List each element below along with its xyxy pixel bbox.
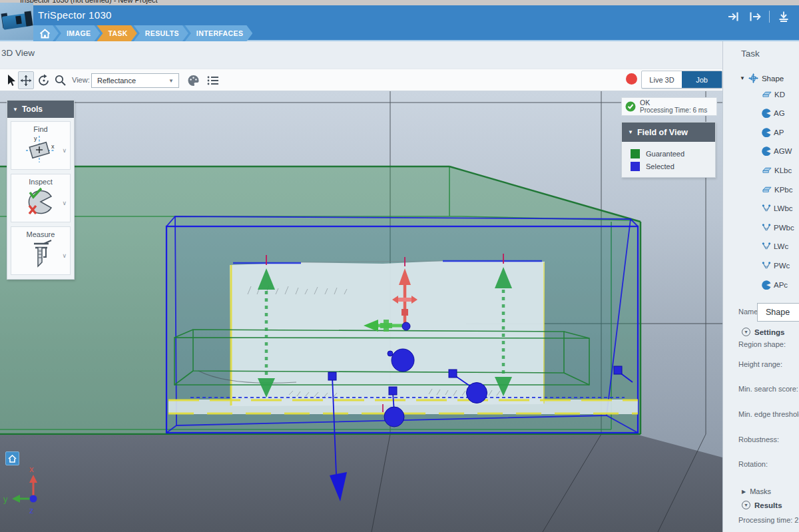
settings-section-header[interactable]: ▼ Settings xyxy=(742,328,784,336)
task-panel: Task ▼ Shape KD AG AP AGW KLbc KPbc LWbc… xyxy=(722,41,799,532)
resize-handle-square[interactable] xyxy=(328,372,336,380)
drag-handle-dot[interactable] xyxy=(388,351,393,356)
zoom-icon[interactable] xyxy=(55,69,67,92)
reset-view-button[interactable] xyxy=(5,451,19,465)
tab-results[interactable]: RESULTS xyxy=(134,25,188,41)
tool-find[interactable]: Find yx ∨ xyxy=(11,121,71,170)
job-button[interactable]: Job xyxy=(682,71,722,88)
results-section-header[interactable]: ▼ Results xyxy=(742,501,782,509)
nav-breadcrumb: IMAGE TASK RESULTS INTERFACES xyxy=(33,25,214,41)
tree-item-lwc[interactable]: LWc xyxy=(762,242,788,250)
tree-item-lwbc[interactable]: LWbc xyxy=(762,204,793,212)
field-min-edge: Min. edge threshold: xyxy=(738,410,799,418)
inspect-tool-icon xyxy=(25,187,57,216)
axis-x-label: x xyxy=(29,464,34,474)
view-mode-dropdown[interactable]: Reflectance ▼ xyxy=(91,73,179,88)
tab-image[interactable]: IMAGE xyxy=(55,25,100,41)
name-input[interactable] xyxy=(757,303,799,322)
drag-handle-circle[interactable] xyxy=(392,349,414,372)
tree-item-apc[interactable]: APc xyxy=(762,280,788,290)
tab-interfaces[interactable]: INTERFACES xyxy=(185,25,253,41)
logout-icon[interactable] xyxy=(748,11,761,23)
selected-swatch xyxy=(631,162,640,171)
masks-section-header[interactable]: ▶ Masks xyxy=(742,487,771,495)
angle-tool-icon xyxy=(762,146,771,156)
tree-item-ap[interactable]: AP xyxy=(762,128,784,137)
field-rotation: Rotation: xyxy=(738,460,768,468)
live-3d-button[interactable]: Live 3D xyxy=(642,71,682,88)
resize-handle-square[interactable] xyxy=(614,366,622,374)
expand-icon: ▶ xyxy=(742,489,746,495)
status-ok-icon xyxy=(625,101,636,112)
home-icon xyxy=(8,455,17,463)
status-box: OK Processing Time: 6 ms xyxy=(621,97,717,116)
view-toolbar: View: Reflectance ▼ xyxy=(0,69,722,91)
field-region-shape: Region shape: xyxy=(738,340,786,348)
tree-node-shape[interactable]: ▼ Shape xyxy=(740,73,784,83)
select-cursor-icon[interactable] xyxy=(7,69,16,92)
svg-text:x: x xyxy=(51,143,55,150)
results-processing-time: Processing time: 2.17 xyxy=(738,516,799,524)
tree-item-agw[interactable]: AGW xyxy=(762,146,792,156)
tree-item-kpbc[interactable]: KPbc xyxy=(762,185,793,194)
tree-item-pwc[interactable]: PWc xyxy=(762,261,790,270)
collapse-circle-icon: ▼ xyxy=(742,501,750,509)
shape-tool-icon xyxy=(748,73,758,83)
collapse-circle-icon: ▼ xyxy=(742,328,750,336)
application-window: Inspector 1030 (not defined) - New Proje… xyxy=(0,0,799,532)
tools-panel-header[interactable]: ▼ Tools xyxy=(7,101,74,118)
login-icon[interactable] xyxy=(728,11,740,23)
origin-handle[interactable] xyxy=(402,322,410,330)
tools-panel: ▼ Tools Find yx ∨ Inspect ∨ Measure xyxy=(7,100,75,280)
rotate-icon[interactable] xyxy=(37,69,51,92)
viewport-floor xyxy=(0,435,722,532)
view-panel-title: 3D View xyxy=(1,48,35,58)
task-panel-title: Task xyxy=(741,49,760,59)
tab-home[interactable] xyxy=(33,25,59,41)
caliper-tool-icon xyxy=(762,242,771,250)
caliper-tool-icon xyxy=(762,223,771,232)
field-of-view-panel: ▼ Field of View Guaranteed Selected xyxy=(621,122,716,178)
sensor-device-image xyxy=(0,3,33,40)
window-title: Inspector 1030 (not defined) - New Proje… xyxy=(20,0,158,4)
chevron-down-icon[interactable]: ∨ xyxy=(62,147,67,154)
tree-item-kd[interactable]: KD xyxy=(762,90,785,99)
tool-measure[interactable]: Measure ∨ xyxy=(11,226,71,275)
guaranteed-swatch xyxy=(631,149,640,158)
collapse-icon: ▼ xyxy=(13,107,18,113)
tab-task[interactable]: TASK xyxy=(97,25,136,41)
home-icon xyxy=(39,29,51,39)
field-robustness: Robustness: xyxy=(738,435,779,443)
chevron-down-icon[interactable]: ∨ xyxy=(62,200,67,206)
plane-tool-icon xyxy=(762,166,772,174)
resize-handle-square[interactable] xyxy=(449,370,457,378)
tool-inspect[interactable]: Inspect ∨ xyxy=(11,174,71,222)
palette-icon[interactable] xyxy=(187,69,200,92)
list-icon[interactable] xyxy=(207,69,219,92)
legend-selected: Selected xyxy=(631,162,715,177)
pan-move-button[interactable] xyxy=(18,71,34,89)
resize-handle-square[interactable] xyxy=(389,387,397,395)
drag-handle-circle[interactable] xyxy=(384,407,404,427)
field-height-range: Height range: xyxy=(738,360,782,368)
download-icon[interactable] xyxy=(778,11,790,23)
record-indicator xyxy=(626,73,637,85)
chevron-down-icon[interactable]: ∨ xyxy=(62,252,67,259)
axis-z-label: z xyxy=(29,505,34,515)
svg-text:y: y xyxy=(34,135,37,142)
move-icon xyxy=(20,75,32,87)
axis-y-label: y xyxy=(3,494,8,504)
header-divider xyxy=(769,11,770,23)
tree-item-pwbc[interactable]: PWbc xyxy=(762,223,794,232)
measure-tool-icon xyxy=(26,240,55,269)
angle-tool-icon xyxy=(762,128,771,137)
fov-panel-header[interactable]: ▼ Field of View xyxy=(622,123,715,142)
view-selector-label: View: xyxy=(72,76,90,84)
plane-tool-icon xyxy=(762,90,772,99)
3d-viewport[interactable]: x y z xyxy=(0,91,722,532)
app-header: TriSpector 1030 IMAGE TASK RESULTS INTER… xyxy=(0,5,799,41)
tree-item-ag[interactable]: AG xyxy=(762,109,785,118)
drag-handle-circle[interactable] xyxy=(467,383,487,403)
mode-switch: Live 3D Job xyxy=(641,71,722,89)
tree-item-klbc[interactable]: KLbc xyxy=(762,166,792,174)
